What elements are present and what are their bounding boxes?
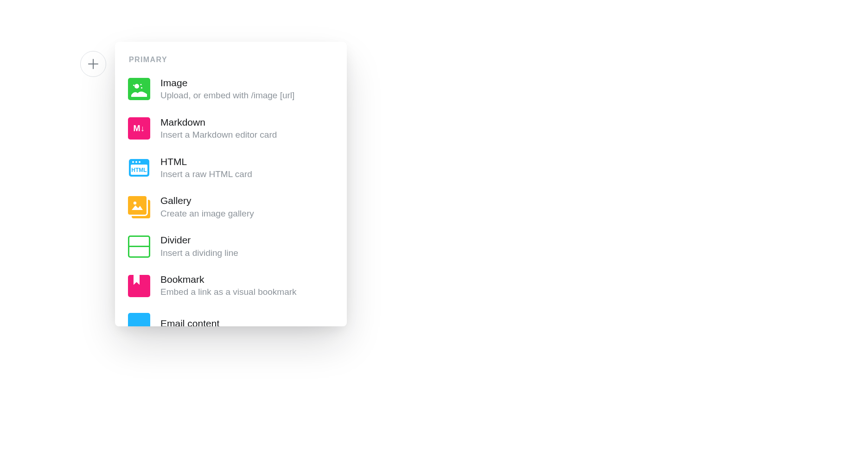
menu-item-text: HTML Insert a raw HTML card xyxy=(160,156,252,180)
menu-item-email-content[interactable]: Email content xyxy=(128,313,334,326)
svg-point-2 xyxy=(134,84,139,89)
divider-icon xyxy=(128,235,150,258)
menu-item-text: Image Upload, or embed with /image [url] xyxy=(160,77,294,102)
html-icon: HTML xyxy=(128,157,150,179)
menu-item-desc: Create an image gallery xyxy=(160,208,254,220)
menu-item-desc: Upload, or embed with /image [url] xyxy=(160,89,294,102)
menu-item-text: Bookmark Embed a link as a visual bookma… xyxy=(160,274,297,298)
gallery-icon xyxy=(128,196,150,218)
menu-item-text: Divider Insert a dividing line xyxy=(160,234,238,259)
menu-item-divider[interactable]: Divider Insert a dividing line xyxy=(128,234,334,259)
svg-point-9 xyxy=(135,161,137,163)
menu-item-html[interactable]: HTML HTML Insert a raw HTML card xyxy=(128,156,334,180)
menu-item-text: Markdown Insert a Markdown editor card xyxy=(160,116,277,141)
menu-item-text: Email content xyxy=(160,318,219,326)
markdown-icon-label: M↓ xyxy=(134,124,145,134)
menu-item-markdown[interactable]: M↓ Markdown Insert a Markdown editor car… xyxy=(128,116,334,141)
menu-item-text: Gallery Create an image gallery xyxy=(160,195,254,219)
menu-item-title: Markdown xyxy=(160,116,277,128)
svg-point-10 xyxy=(139,161,140,163)
plus-icon xyxy=(87,58,99,70)
menu-item-gallery[interactable]: Gallery Create an image gallery xyxy=(128,195,334,219)
svg-text:HTML: HTML xyxy=(131,167,147,173)
bookmark-icon xyxy=(128,275,150,297)
menu-item-desc: Insert a raw HTML card xyxy=(160,168,252,180)
add-block-button[interactable] xyxy=(80,51,106,77)
menu-item-bookmark[interactable]: Bookmark Embed a link as a visual bookma… xyxy=(128,274,334,298)
svg-point-8 xyxy=(132,161,134,163)
svg-point-12 xyxy=(134,202,136,204)
menu-item-desc: Embed a link as a visual bookmark xyxy=(160,286,297,298)
menu-item-desc: Insert a Markdown editor card xyxy=(160,129,277,141)
menu-item-title: Image xyxy=(160,77,294,89)
menu-item-desc: Insert a dividing line xyxy=(160,247,238,259)
email-icon xyxy=(128,313,150,326)
card-menu-panel: PRIMARY Image Upload, or embed with /ima… xyxy=(115,42,347,326)
section-label-primary: PRIMARY xyxy=(129,56,334,64)
svg-point-4 xyxy=(133,85,134,86)
menu-item-title: Divider xyxy=(160,234,238,246)
svg-point-3 xyxy=(140,84,141,85)
image-icon xyxy=(128,78,150,100)
menu-item-title: Bookmark xyxy=(160,274,297,285)
svg-point-5 xyxy=(141,87,142,89)
menu-item-title: Gallery xyxy=(160,195,254,206)
menu-item-image[interactable]: Image Upload, or embed with /image [url] xyxy=(128,77,334,102)
markdown-icon: M↓ xyxy=(128,117,150,140)
menu-item-title: HTML xyxy=(160,156,252,167)
menu-item-title: Email content xyxy=(160,318,219,326)
